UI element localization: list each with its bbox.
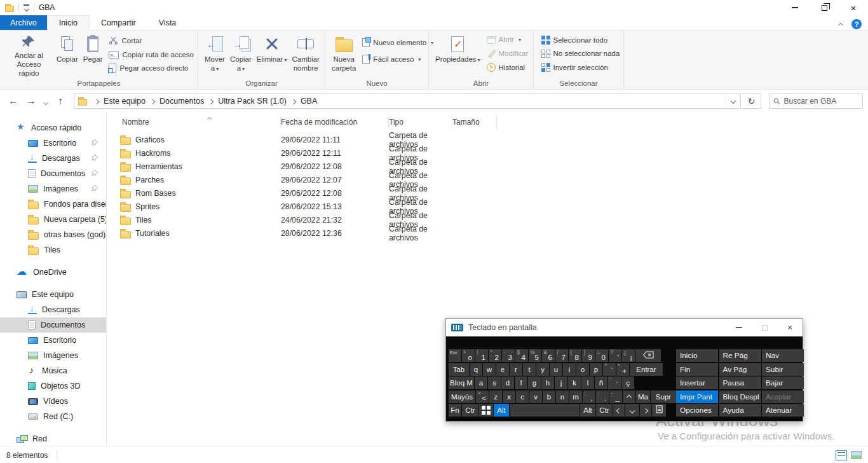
copiar-button[interactable]: Copiar <box>54 32 81 75</box>
key-4[interactable]: $4 <box>515 349 528 362</box>
key-arrow-left[interactable] <box>613 404 625 417</box>
historial-button[interactable]: Historial <box>487 63 529 72</box>
quick-access-toolbar-chevron[interactable] <box>24 4 29 10</box>
osk-maximize-button[interactable] <box>752 319 777 336</box>
sidebar-item-red-c[interactable]: Red (C:) <box>0 409 106 424</box>
column-header-tamano[interactable]: Tamaño <box>452 115 497 129</box>
key-arrow-up[interactable] <box>623 390 635 403</box>
nueva-carpeta-button[interactable]: Nueva carpeta <box>329 32 358 75</box>
key-k[interactable]: k <box>568 377 581 389</box>
breadcrumb[interactable]: Este equipoDocumentosUltra Pack SR (1.0)… <box>74 93 741 109</box>
cortar-button[interactable]: Cortar <box>109 36 194 46</box>
key-opciones[interactable]: Opciones <box>676 404 718 417</box>
key-y[interactable]: y <box>536 363 549 376</box>
details-view-button[interactable] <box>836 450 847 460</box>
key-item[interactable]: >< <box>476 390 489 403</box>
key-w[interactable]: w <box>483 363 496 376</box>
key-item[interactable]: *+ <box>616 363 629 376</box>
key-ctrl-right[interactable]: Ctr <box>596 404 613 417</box>
sidebar-item-onedrive[interactable]: OneDrive <box>0 265 106 280</box>
tab-vista[interactable]: Vista <box>147 15 188 30</box>
key-v[interactable]: v <box>529 390 542 403</box>
file-row-graficos[interactable]: Gráficos29/06/2022 11:11Carpeta de archi… <box>107 131 868 144</box>
key-space[interactable] <box>510 404 580 417</box>
breadcrumb-segment-gba[interactable]: GBA <box>301 97 317 106</box>
sidebar-item-tiles[interactable]: Tiles <box>0 242 106 258</box>
key-ctrl-left[interactable]: Ctr <box>462 404 478 417</box>
nuevo-elemento-button[interactable]: Nuevo elemento▾ <box>362 38 433 47</box>
key-d[interactable]: d <box>501 377 514 389</box>
key-c[interactable]: c <box>516 390 529 403</box>
key-item[interactable]: :. <box>596 390 609 403</box>
column-header-fecha-de-modificacion[interactable]: Fecha de modificación <box>281 115 389 129</box>
file-row-parches[interactable]: Parches29/06/2022 12:07Carpeta de archiv… <box>107 171 868 184</box>
refresh-button[interactable]: ↻ <box>742 93 761 109</box>
seleccionar-todo-button[interactable]: Seleccionar todo <box>541 36 620 45</box>
key-u[interactable]: u <box>550 363 562 376</box>
address-history-chevron[interactable] <box>725 94 740 108</box>
key-acoplar[interactable]: Acoplar <box>762 390 804 403</box>
sidebar-item-musica[interactable]: Música <box>0 363 106 378</box>
key-insertar[interactable]: Insertar <box>676 377 718 389</box>
key-item[interactable]: -_ <box>609 390 622 403</box>
key-nav[interactable]: Nav <box>762 349 804 362</box>
sidebar-item-objetos-3d[interactable]: Objetos 3D <box>0 378 106 394</box>
sidebar-item-descargas[interactable]: Descargas <box>0 302 106 317</box>
key-s[interactable]: s <box>488 377 501 389</box>
key-6[interactable]: &6 <box>542 349 555 362</box>
copiar-a-button[interactable]: Copiar a▾ <box>227 32 254 75</box>
sidebar-item-documentos[interactable]: Documentos <box>0 317 106 333</box>
key-b[interactable]: b <box>543 390 555 403</box>
minimize-button[interactable] <box>780 0 810 15</box>
ribbon-collapse-chevron[interactable] <box>839 18 843 30</box>
key-e[interactable]: e <box>496 363 509 376</box>
key-1[interactable]: !1 <box>475 349 488 362</box>
file-row-tiles[interactable]: Tiles24/06/2022 21:32Carpeta de archivos <box>107 211 868 225</box>
key-c[interactable]: ç <box>621 377 634 389</box>
key-3[interactable]: ·3 <box>502 349 515 362</box>
modificar-button[interactable]: Modificar <box>487 49 529 58</box>
anclar-al-acceso-rapido-button[interactable]: Anclar al Acceso rápido <box>4 32 54 75</box>
key-arrow-right[interactable] <box>640 404 651 417</box>
sidebar-item-descargas[interactable]: Descargas <box>0 151 106 166</box>
key-windows[interactable] <box>479 404 493 417</box>
key-alt-gr[interactable]: Alt <box>580 404 595 417</box>
key-x[interactable]: x <box>503 390 515 403</box>
large-icons-view-button[interactable] <box>851 451 862 459</box>
key-mayus-left[interactable]: Mayús <box>449 390 475 403</box>
restore-button[interactable] <box>810 0 839 15</box>
sidebar-item-red[interactable]: Red <box>0 431 106 446</box>
propiedades-button[interactable]: Propiedades▾ <box>433 32 483 75</box>
sidebar-item-fondos-para-disenos[interactable]: Fondos para diseños, <box>0 197 106 212</box>
cambiar-nombre-button[interactable]: Cambiar nombre <box>289 32 322 75</box>
key-entrar[interactable]: Entrar <box>630 363 663 376</box>
key-f[interactable]: f <box>515 377 527 389</box>
sidebar-item-nueva-carpeta-5[interactable]: Nueva carpeta (5) <box>0 212 106 227</box>
key-m[interactable]: m <box>569 390 582 403</box>
key-o[interactable]: ªo <box>462 349 475 362</box>
key-tab[interactable]: Tab <box>449 363 469 376</box>
tab-inicio[interactable]: Inicio <box>47 15 90 31</box>
key-arrow-down[interactable] <box>625 404 639 417</box>
sidebar-item-este-equipo[interactable]: Este equipo <box>0 287 106 302</box>
key-t[interactable]: t <box>523 363 536 376</box>
key-z[interactable]: z <box>489 390 502 403</box>
key-backspace[interactable] <box>635 349 661 362</box>
sidebar-item-acceso-rapido[interactable]: Acceso rápido <box>0 120 106 135</box>
forward-button[interactable]: → <box>23 95 39 107</box>
column-header-tipo[interactable]: Tipo <box>389 115 452 129</box>
key-bloq-despl[interactable]: Bloq Despl <box>719 390 761 403</box>
key-alt[interactable]: Alt <box>494 404 509 417</box>
key-atenuar[interactable]: Atenuar <box>762 404 804 417</box>
key-r[interactable]: r <box>510 363 522 376</box>
pegar-button[interactable]: Pegar <box>81 32 105 75</box>
key-7[interactable]: /7 <box>555 349 568 362</box>
sidebar-item-videos[interactable]: Vídeos <box>0 394 106 409</box>
abrir-button[interactable]: Abrir▾ <box>487 36 529 44</box>
eliminar-button[interactable]: Eliminar▾ <box>254 32 290 75</box>
key-re-pag[interactable]: Re Pág <box>719 349 761 362</box>
key-mayus-right[interactable]: Ma <box>636 390 650 403</box>
key-9[interactable]: )9 <box>582 349 595 362</box>
key-item[interactable]: ¨´ <box>608 377 621 389</box>
breadcrumb-segment-documentos[interactable]: Documentos <box>159 97 204 106</box>
